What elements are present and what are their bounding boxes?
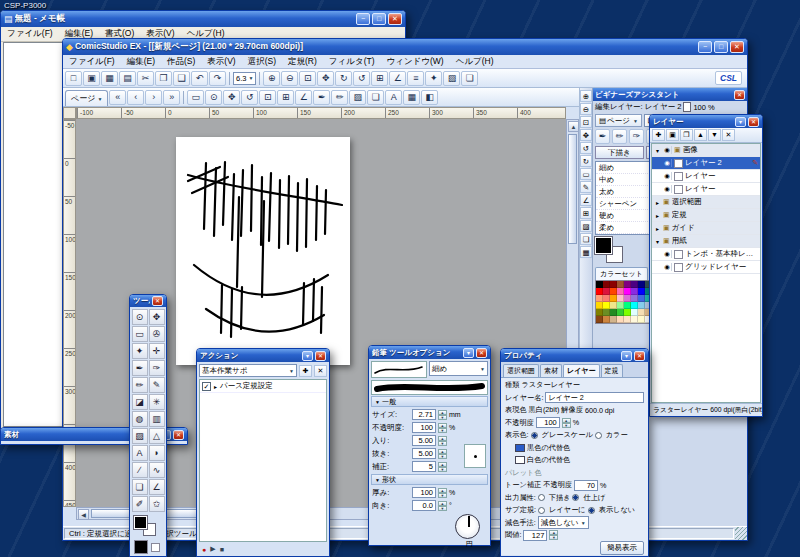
expander-icon[interactable]: ▸ bbox=[654, 199, 661, 206]
hand-tool[interactable]: ✥ bbox=[149, 309, 165, 325]
layers-menu-button[interactable]: ▾ bbox=[735, 117, 746, 127]
pen-icon[interactable]: ✒ bbox=[313, 90, 330, 105]
tool-options-close-button[interactable]: ✕ bbox=[476, 348, 487, 358]
comicstudio-menu-item[interactable]: 編集(E) bbox=[121, 56, 161, 68]
zoom-in-icon[interactable]: ⊕ bbox=[580, 90, 592, 102]
pencil-icon[interactable]: ✏ bbox=[331, 90, 348, 105]
color-swatch[interactable] bbox=[603, 281, 610, 288]
color-swatch[interactable] bbox=[617, 309, 624, 316]
hand-tool-icon[interactable]: ✥ bbox=[223, 90, 240, 105]
ruler-icon[interactable]: ∠ bbox=[389, 71, 406, 86]
black-alt-color-swatch[interactable] bbox=[515, 444, 525, 452]
tone-icon[interactable]: ▨ bbox=[443, 71, 460, 86]
color-swatch[interactable] bbox=[638, 288, 645, 295]
color-swatch[interactable] bbox=[624, 295, 631, 302]
csl-logo-button[interactable]: CSL bbox=[715, 71, 742, 85]
tab-ruler[interactable]: 定規 bbox=[601, 364, 623, 377]
spinner[interactable]: ▴▾ bbox=[438, 436, 447, 446]
layer-row[interactable]: ◉ レイヤー bbox=[652, 183, 760, 196]
radio-color[interactable] bbox=[595, 432, 602, 439]
comicstudio-close-button[interactable]: ✕ bbox=[730, 41, 744, 53]
zoom-in-icon[interactable]: ⊕ bbox=[263, 71, 280, 86]
properties-titlebar[interactable]: プロパティ ▾ ✕ bbox=[501, 349, 648, 362]
tab-color-set[interactable]: カラーセット bbox=[595, 267, 648, 280]
action-titlebar[interactable]: アクション ▾ ✕ bbox=[197, 349, 329, 362]
action-menu-button[interactable]: ▾ bbox=[302, 351, 313, 361]
visibility-eye-icon[interactable]: ◉ bbox=[663, 185, 672, 193]
color-swatch[interactable] bbox=[631, 281, 638, 288]
spinner[interactable]: ▴▾ bbox=[438, 449, 447, 459]
comicstudio-menu-item[interactable]: 表示(V) bbox=[201, 56, 241, 68]
spinner[interactable]: ▴▾ bbox=[438, 501, 447, 511]
eraser-tool[interactable]: ◪ bbox=[132, 394, 148, 410]
lasso-tool[interactable]: ✇ bbox=[149, 326, 165, 342]
opacity-input[interactable]: 100 bbox=[536, 417, 560, 428]
comicstudio-titlebar[interactable]: ◆ ComicStudio EX - [[新規ページ] (21.00 * 29.… bbox=[63, 39, 747, 55]
expander-icon[interactable]: ▸ bbox=[214, 383, 217, 390]
visibility-eye-icon[interactable]: ◉ bbox=[663, 263, 672, 271]
spinner[interactable]: ▴▾ bbox=[438, 410, 447, 420]
zoom-tool[interactable]: ⊙ bbox=[132, 309, 148, 325]
option-value-input[interactable]: 100 bbox=[412, 422, 436, 433]
option-value-input[interactable]: 100 bbox=[412, 487, 436, 498]
direction-dial[interactable] bbox=[455, 514, 480, 539]
frame-icon[interactable]: ❏ bbox=[580, 233, 592, 245]
color-swatch[interactable] bbox=[631, 302, 638, 309]
expander-icon[interactable]: ▸ bbox=[654, 212, 661, 219]
beginners-assistant-icon[interactable]: ✦ bbox=[425, 71, 442, 86]
color-swatch[interactable] bbox=[610, 295, 617, 302]
tone-icon[interactable]: ▨ bbox=[580, 220, 592, 232]
color-swatch[interactable] bbox=[631, 288, 638, 295]
material-close-button[interactable]: ✕ bbox=[173, 430, 184, 440]
comicstudio-menu-item[interactable]: ウィンドウ(W) bbox=[381, 56, 450, 68]
material-icon[interactable]: ▦ bbox=[403, 90, 420, 105]
manga-page[interactable] bbox=[176, 137, 350, 365]
expander-icon[interactable]: ▾ bbox=[654, 147, 661, 154]
hand-icon[interactable]: ✥ bbox=[580, 129, 592, 141]
duplicate-layer-icon[interactable]: ❐ bbox=[680, 129, 693, 141]
color-swatch[interactable] bbox=[624, 288, 631, 295]
notepad-minimize-button[interactable]: − bbox=[356, 13, 370, 25]
layers-close-button[interactable]: ✕ bbox=[748, 117, 759, 127]
option-value-input[interactable]: 2.71 bbox=[412, 409, 436, 420]
comicstudio-menu-item[interactable]: ファイル(F) bbox=[63, 56, 121, 68]
gradient-tool[interactable]: ▥ bbox=[149, 411, 165, 427]
new-layer-icon[interactable]: ✚ bbox=[652, 129, 665, 141]
layer-row-selected[interactable]: ◉ レイヤー 2 ✎ bbox=[652, 157, 760, 170]
visibility-eye-icon[interactable]: ◉ bbox=[663, 159, 672, 167]
brush-preset-combo[interactable]: 細め ▼ bbox=[429, 361, 488, 376]
action-close-button[interactable]: ✕ bbox=[315, 351, 326, 361]
hand-icon[interactable]: ✥ bbox=[317, 71, 334, 86]
tab-layer[interactable]: レイヤー bbox=[563, 364, 600, 377]
radio-finish[interactable] bbox=[572, 494, 579, 501]
layers-icon[interactable]: ◧ bbox=[421, 90, 438, 105]
maru-pen-tool[interactable]: ✑ bbox=[149, 360, 165, 376]
frame-icon[interactable]: ❏ bbox=[367, 90, 384, 105]
expander-icon[interactable]: ▾ bbox=[654, 238, 661, 245]
action-delete-icon[interactable]: ✕ bbox=[314, 365, 327, 377]
assistant-close-button[interactable]: ✕ bbox=[734, 90, 745, 100]
fit-icon[interactable]: ⊡ bbox=[580, 116, 592, 128]
comicstudio-minimize-button[interactable]: − bbox=[698, 41, 712, 53]
spinner[interactable]: ▴▾ bbox=[549, 530, 558, 540]
comicstudio-menu-item[interactable]: 定規(R) bbox=[282, 56, 323, 68]
notepad-maximize-button[interactable]: □ bbox=[372, 13, 386, 25]
color-swatch[interactable] bbox=[638, 302, 645, 309]
visibility-eye-icon[interactable]: ◉ bbox=[663, 250, 672, 258]
white-alt-color-swatch[interactable] bbox=[515, 456, 525, 464]
first-page-icon[interactable]: « bbox=[109, 90, 126, 105]
record-icon[interactable]: ● bbox=[202, 546, 206, 553]
layer-row[interactable]: ◉ トンボ・基本枠レイヤー bbox=[652, 248, 760, 261]
color-swatch[interactable] bbox=[603, 316, 610, 323]
line-tool[interactable]: ∕ bbox=[132, 462, 148, 478]
tone-opacity-input[interactable]: 70 bbox=[574, 480, 598, 491]
open-icon[interactable]: ▣ bbox=[83, 71, 100, 86]
radio-sub-hide[interactable] bbox=[588, 507, 595, 514]
radio-draft[interactable] bbox=[538, 494, 545, 501]
move-up-icon[interactable]: ▲ bbox=[694, 129, 707, 141]
magic-wand-tool[interactable]: ✦ bbox=[132, 343, 148, 359]
color-swatch[interactable] bbox=[624, 309, 631, 316]
option-value-input[interactable]: 5.00 bbox=[412, 448, 436, 459]
notepad-menu-item[interactable]: ファイル(F) bbox=[1, 28, 59, 40]
color-swatch[interactable] bbox=[617, 288, 624, 295]
